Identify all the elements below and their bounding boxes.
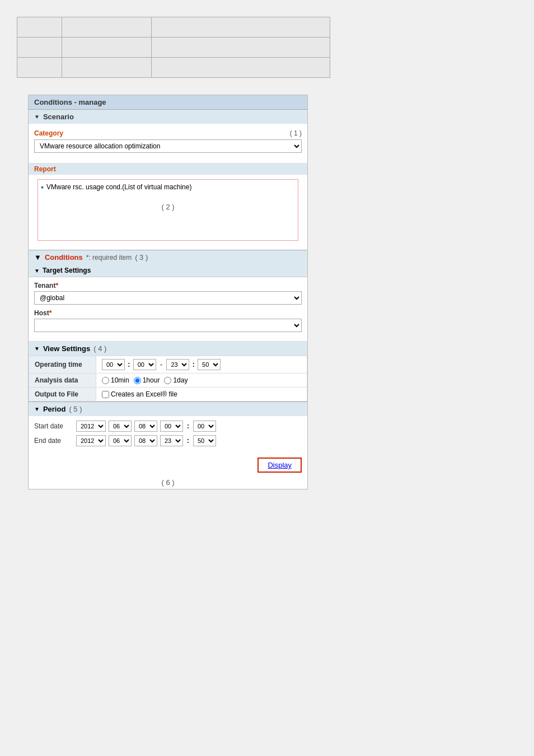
view-settings-number: ( 4 ) xyxy=(93,344,106,353)
category-number: ( 1 ) xyxy=(290,129,302,137)
start-day-select[interactable]: 08 xyxy=(134,421,157,432)
period-header[interactable]: ▼ Period ( 5 ) xyxy=(29,402,307,416)
report-item-icon: ▪ xyxy=(41,183,44,192)
period-label: Period xyxy=(43,405,65,413)
start-hour-select[interactable]: 00 xyxy=(160,421,183,432)
display-button-row: Display xyxy=(29,454,307,476)
end-date-label: End date xyxy=(34,437,73,445)
host-required-star: * xyxy=(49,309,52,317)
analysis-data-label: Analysis data xyxy=(29,374,96,388)
table-cell-r1c2 xyxy=(62,17,152,38)
bottom-number: ( 6 ) xyxy=(29,476,307,489)
table-cell-r3c1 xyxy=(17,58,62,78)
category-field: Category ( 1 ) VMware resource allocatio… xyxy=(34,129,302,153)
end-year-select[interactable]: 2012 xyxy=(76,435,106,446)
output-to-file-label: Output to File xyxy=(29,388,96,402)
target-fields: Tenant* @global Host* xyxy=(29,277,307,342)
period-section: ▼ Period ( 5 ) Start date 2012 06 08 00 xyxy=(29,402,307,489)
conditions-header[interactable]: ▼ Conditions *: required item ( 3 ) xyxy=(29,250,307,264)
report-item-text: VMware rsc. usage cond.(List of virtual … xyxy=(46,183,191,191)
analysis-10min-radio[interactable] xyxy=(102,377,109,384)
conditions-label: Conditions xyxy=(45,253,83,262)
report-number: ( 2 ) xyxy=(41,203,295,211)
analysis-10min-text: 10min xyxy=(111,376,129,384)
end-hour-select[interactable]: 23 xyxy=(160,435,183,446)
conditions-required-text: *: required item xyxy=(86,254,132,262)
table-cell-r2c3 xyxy=(152,38,330,58)
table-cell-r2c2 xyxy=(62,38,152,58)
table-cell-r3c3 xyxy=(152,58,330,78)
analysis-1hour-radio[interactable] xyxy=(134,377,141,384)
scenario-content: Category ( 1 ) VMware resource allocatio… xyxy=(29,124,307,164)
top-table xyxy=(17,17,330,78)
time-colon-2: : xyxy=(193,361,195,368)
start-min-select[interactable]: 00 xyxy=(193,421,216,432)
scenario-section-header[interactable]: ▼ Scenario xyxy=(29,110,307,124)
end-time-colon: : xyxy=(187,437,189,445)
period-number: ( 5 ) xyxy=(69,405,82,413)
target-settings-header[interactable]: ▼ Target Settings xyxy=(29,264,307,277)
op-hour-start-select[interactable]: 00 xyxy=(102,359,125,370)
table-cell-r1c3 xyxy=(152,17,330,38)
report-item: ▪ VMware rsc. usage cond.(List of virtua… xyxy=(41,183,295,192)
tenant-field: Tenant* @global xyxy=(34,282,302,305)
operating-time-label: Operating time xyxy=(29,356,96,374)
target-settings-label: Target Settings xyxy=(43,267,91,274)
output-to-file-row: Output to File Creates an Excel® file xyxy=(29,388,307,402)
start-date-label: Start date xyxy=(34,422,73,430)
table-cell-r3c2 xyxy=(62,58,152,78)
op-min-end-select[interactable]: 50 xyxy=(198,359,221,370)
target-triangle-icon: ▼ xyxy=(34,268,40,274)
panel-header: Conditions - manage xyxy=(29,95,307,110)
scenario-triangle-icon: ▼ xyxy=(34,114,40,120)
start-date-row: Start date 2012 06 08 00 : 00 xyxy=(34,421,302,432)
period-triangle-icon: ▼ xyxy=(34,406,40,412)
view-settings-table: Operating time 00 : 00 - 23 : 50 xyxy=(29,356,307,402)
analysis-1day-text: 1day xyxy=(173,376,188,384)
view-settings-label: View Settings xyxy=(43,344,90,353)
end-min-select[interactable]: 50 xyxy=(193,435,216,446)
time-colon-1: : xyxy=(128,361,130,368)
display-button[interactable]: Display xyxy=(257,458,302,473)
view-settings-header[interactable]: ▼ View Settings ( 4 ) xyxy=(29,342,307,356)
operating-time-controls: 00 : 00 - 23 : 50 xyxy=(96,356,307,374)
op-hour-end-select[interactable]: 23 xyxy=(166,359,189,370)
operating-time-row: Operating time 00 : 00 - 23 : 50 xyxy=(29,356,307,374)
host-label: Host* xyxy=(34,309,302,317)
output-file-text: Creates an Excel® file xyxy=(111,390,177,398)
end-day-select[interactable]: 08 xyxy=(134,435,157,446)
tenant-required-star: * xyxy=(55,282,58,290)
analysis-1day-radio[interactable] xyxy=(164,377,171,384)
tenant-select[interactable]: @global xyxy=(34,291,302,305)
analysis-data-row: Analysis data 10min 1hour 1d xyxy=(29,374,307,388)
category-select[interactable]: VMware resource allocation optimization xyxy=(34,139,302,153)
end-date-row: End date 2012 06 08 23 : 50 xyxy=(34,435,302,446)
start-month-select[interactable]: 06 xyxy=(109,421,132,432)
host-field: Host* xyxy=(34,309,302,332)
start-year-select[interactable]: 2012 xyxy=(76,421,106,432)
tenant-label: Tenant* xyxy=(34,282,302,290)
report-content-box: ▪ VMware rsc. usage cond.(List of virtua… xyxy=(38,179,298,241)
output-file-checkbox[interactable] xyxy=(102,391,109,398)
category-label: Category ( 1 ) xyxy=(34,129,302,137)
conditions-panel: Conditions - manage ▼ Scenario Category … xyxy=(28,95,308,489)
table-cell-r2c1 xyxy=(17,38,62,58)
output-file-checkbox-label[interactable]: Creates an Excel® file xyxy=(102,390,301,398)
host-select[interactable] xyxy=(34,319,302,332)
table-cell-r1c1 xyxy=(17,17,62,38)
report-label: Report xyxy=(29,164,307,175)
analysis-data-controls: 10min 1hour 1day xyxy=(96,374,307,388)
analysis-10min-label[interactable]: 10min xyxy=(102,376,129,384)
view-settings-triangle-icon: ▼ xyxy=(34,346,40,352)
conditions-number: ( 3 ) xyxy=(135,253,148,262)
output-to-file-controls: Creates an Excel® file xyxy=(96,388,307,402)
panel-title: Conditions - manage xyxy=(34,98,106,106)
analysis-radio-group: 10min 1hour 1day xyxy=(102,376,301,384)
end-month-select[interactable]: 06 xyxy=(109,435,132,446)
analysis-1day-label[interactable]: 1day xyxy=(164,376,188,384)
conditions-triangle-icon: ▼ xyxy=(34,253,41,262)
time-dash: - xyxy=(160,361,162,368)
op-min-start-select[interactable]: 00 xyxy=(133,359,156,370)
analysis-1hour-label[interactable]: 1hour xyxy=(134,376,160,384)
period-fields: Start date 2012 06 08 00 : 00 xyxy=(29,416,307,454)
